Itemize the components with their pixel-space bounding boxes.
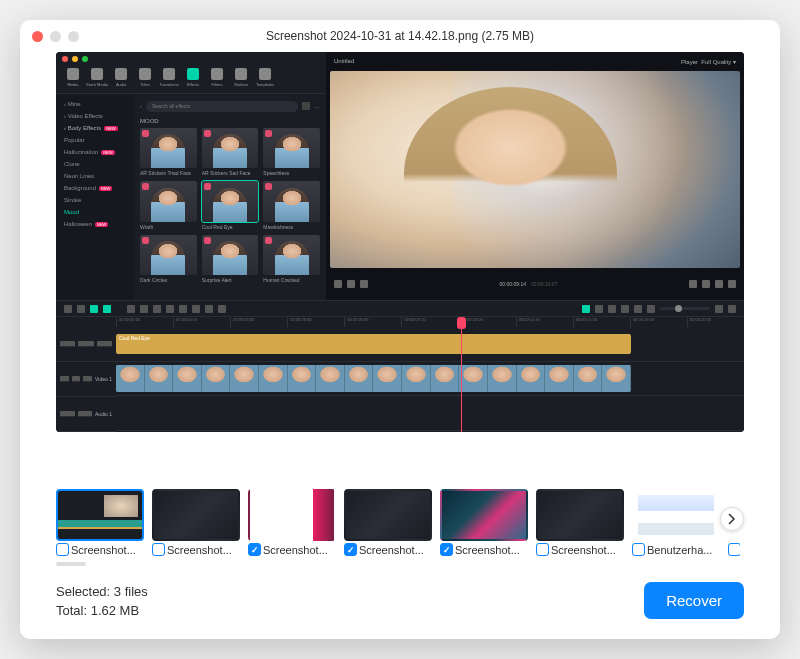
footer: Selected: 3 files Total: 1.62 MB Recover — [20, 566, 780, 639]
window-controls — [32, 31, 79, 42]
checkbox[interactable] — [344, 543, 357, 556]
toolbar-templates[interactable]: Templates — [254, 68, 276, 87]
effect-cool-red-eye[interactable]: Cool Red Eye — [202, 181, 259, 229]
effect-speechless[interactable]: Speechless — [263, 128, 320, 176]
toolbar-titles[interactable]: Titles — [134, 68, 156, 87]
thumbnail-5[interactable]: Screenshot... — [536, 489, 624, 556]
preview-pane: MediaStock MediaAudioTitlesTransitionsEf… — [20, 52, 780, 481]
effect-mawkishness[interactable]: Mawkishness — [263, 181, 320, 229]
play-icon[interactable] — [347, 280, 355, 288]
toolbar-effects[interactable]: Effects — [182, 68, 204, 87]
stop-icon[interactable] — [334, 280, 342, 288]
effect-ar-stickers-triad-face[interactable]: AR Stickers Triad Face — [140, 128, 197, 176]
sidebar-item-background[interactable]: Background — [56, 182, 134, 194]
thumbnail-strip: Screenshot...Screenshot...Screenshot...S… — [20, 481, 780, 560]
thumbnail-3[interactable]: Screenshot... — [344, 489, 432, 556]
checkbox[interactable] — [440, 543, 453, 556]
next-button[interactable] — [720, 507, 744, 531]
minimize-icon[interactable] — [50, 31, 61, 42]
titlebar: Screenshot 2024-10-31 at 14.42.18.png (2… — [20, 20, 780, 52]
effect-ar-stickers-sad-face[interactable]: AR Stickers Sad Face — [202, 128, 259, 176]
sidebar-item-neon lines[interactable]: Neon Lines — [56, 170, 134, 182]
effects-search[interactable] — [146, 101, 298, 112]
app-window: Screenshot 2024-10-31 at 14.42.18.png (2… — [20, 20, 780, 639]
fx-clip[interactable]: Cool Red Eye — [116, 334, 631, 354]
toolbar-stock-media[interactable]: Stock Media — [86, 68, 108, 87]
toolbar-filters[interactable]: Filters — [206, 68, 228, 87]
checkbox[interactable] — [56, 543, 69, 556]
toolbar-stickers[interactable]: Stickers — [230, 68, 252, 87]
sidebar-item-mood[interactable]: Mood — [56, 206, 134, 218]
toolbar-media[interactable]: Media — [62, 68, 84, 87]
thumbnail-4[interactable]: Screenshot... — [440, 489, 528, 556]
video-editor-screenshot: MediaStock MediaAudioTitlesTransitionsEf… — [56, 52, 744, 432]
total-size: Total: 1.62 MB — [56, 603, 148, 618]
sidebar-item-halloween[interactable]: Halloween — [56, 218, 134, 230]
chevron-right-icon — [728, 513, 736, 525]
forward-icon[interactable] — [360, 280, 368, 288]
video-clip[interactable] — [116, 365, 631, 392]
sidebar-item-stroke[interactable]: Stroke — [56, 194, 134, 206]
checkbox[interactable] — [536, 543, 549, 556]
toolbar-transitions[interactable]: Transitions — [158, 68, 180, 87]
sidebar-item-clone[interactable]: Clone — [56, 158, 134, 170]
thumbnail-0[interactable]: Screenshot... — [56, 489, 144, 556]
preview-viewer[interactable] — [330, 71, 740, 268]
effect-surprise-alert[interactable]: Surprise Alert — [202, 235, 259, 283]
zoom-slider[interactable] — [660, 307, 710, 310]
close-icon[interactable] — [32, 31, 43, 42]
selected-count: Selected: 3 files — [56, 584, 148, 599]
recover-button[interactable]: Recover — [644, 582, 744, 619]
toolbar-audio[interactable]: Audio — [110, 68, 132, 87]
effect-human-cracked[interactable]: Human Cracked — [263, 235, 320, 283]
thumbnail-6[interactable]: Benutzerha... — [632, 489, 720, 556]
playhead[interactable] — [461, 317, 462, 432]
maximize-icon[interactable] — [68, 31, 79, 42]
sidebar-item-popular[interactable]: Popular — [56, 134, 134, 146]
thumbnail-1[interactable]: Screenshot... — [152, 489, 240, 556]
checkbox[interactable] — [248, 543, 261, 556]
checkbox[interactable] — [632, 543, 645, 556]
effect-wrath[interactable]: Wrath — [140, 181, 197, 229]
effect-dark-circles[interactable]: Dark Circles — [140, 235, 197, 283]
window-title: Screenshot 2024-10-31 at 14.42.18.png (2… — [266, 29, 534, 43]
checkbox[interactable] — [152, 543, 165, 556]
marker-icon[interactable] — [582, 305, 590, 313]
sidebar-item-hallucination[interactable]: Hallucination — [56, 146, 134, 158]
thumbnail-2[interactable]: Screenshot... — [248, 489, 336, 556]
